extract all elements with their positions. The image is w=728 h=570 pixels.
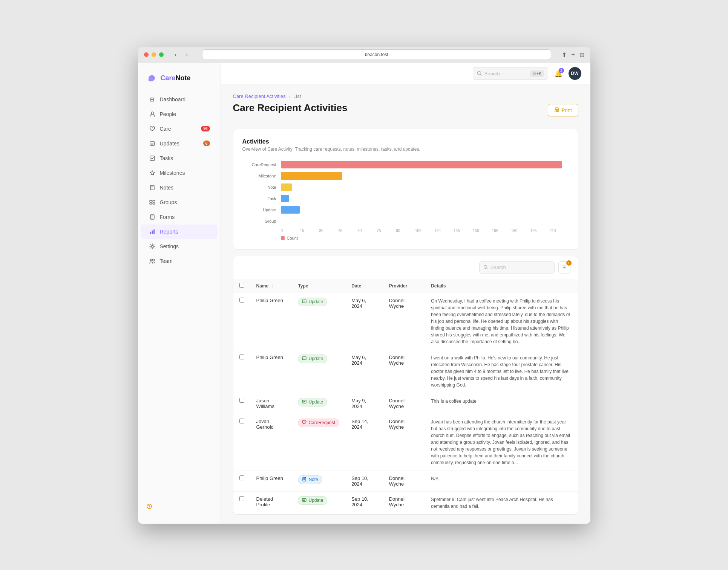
table-header-row: Name ↕ Type ↕ Date ↕ Provider ↕ Details	[233, 279, 578, 293]
type-badge[interactable]: Note	[298, 475, 322, 484]
row-date: Sep 10, 2024	[345, 491, 383, 514]
col-date[interactable]: Date ↕	[345, 279, 383, 293]
sidebar-item-label: Tasks	[160, 155, 173, 161]
new-tab-icon[interactable]: +	[571, 51, 575, 58]
sidebar-item-milestones[interactable]: Milestones	[141, 166, 218, 180]
details-text: I went on a walk with Philip. He's new t…	[431, 355, 572, 388]
type-text: Note	[308, 477, 318, 482]
breadcrumb-parent[interactable]: Care Recipient Activities	[233, 93, 286, 99]
sidebar: CareNote ⊞ Dashboard People Car	[138, 63, 221, 524]
page-title: Care Recipient Activities	[233, 102, 348, 114]
row-checkbox-cell	[233, 414, 250, 471]
people-icon	[149, 110, 156, 118]
sidebar-item-team[interactable]: Team	[141, 254, 218, 268]
back-button[interactable]: ‹	[171, 50, 180, 59]
svg-point-0	[151, 112, 153, 114]
care-badge: 96	[201, 126, 210, 131]
app-window: ‹ › beacon.test ⬆ + ⊞ CareNote ⊞	[138, 47, 590, 524]
minimize-button[interactable]	[152, 52, 156, 57]
sidebar-item-forms[interactable]: Forms	[141, 210, 218, 224]
sidebar-bottom-help[interactable]	[141, 499, 218, 513]
row-checkbox-cell	[233, 293, 250, 350]
reports-icon	[149, 228, 156, 235]
type-badge[interactable]: Update	[298, 355, 327, 363]
type-text: Update	[308, 299, 323, 304]
row-type: Note	[292, 471, 345, 491]
row-checkbox[interactable]	[239, 475, 244, 480]
svg-rect-6	[150, 203, 152, 204]
row-date: Sep 14, 2024	[345, 414, 383, 471]
chart-bar-container	[281, 195, 569, 202]
print-button[interactable]: Print	[548, 104, 578, 116]
sidebar-item-care[interactable]: Care 96	[141, 122, 218, 136]
sidebar-icon[interactable]: ⊞	[579, 51, 584, 58]
groups-icon	[149, 199, 156, 206]
row-checkbox[interactable]	[239, 298, 244, 303]
titlebar: ‹ › beacon.test ⬆ + ⊞	[138, 47, 590, 63]
row-date: May 9, 2024	[345, 393, 383, 414]
row-provider: Donnell Wyche	[383, 350, 425, 393]
forward-button[interactable]: ›	[182, 50, 192, 59]
col-type[interactable]: Type ↕	[292, 279, 345, 293]
sidebar-item-groups[interactable]: Groups	[141, 195, 218, 209]
titlebar-icons: ⬆ + ⊞	[562, 51, 584, 58]
chart-row-label: Milestone	[242, 174, 276, 178]
filter-button[interactable]: 1	[558, 261, 570, 274]
team-icon	[149, 257, 156, 265]
axis-label: 75	[377, 229, 396, 233]
print-label: Print	[562, 107, 572, 113]
milestones-icon	[149, 169, 156, 177]
global-search[interactable]: Search ⌘+K	[473, 67, 548, 80]
sidebar-item-reports[interactable]: Reports	[141, 225, 218, 239]
type-badge[interactable]: Update	[298, 496, 327, 505]
row-checkbox[interactable]	[239, 496, 244, 501]
table-search[interactable]: Search	[479, 261, 555, 274]
app-layout: CareNote ⊞ Dashboard People Car	[138, 63, 590, 524]
chart-bar	[281, 172, 343, 180]
filter-icon	[562, 265, 567, 270]
page-header: Care Recipient Activities › List Care Re…	[233, 93, 578, 121]
sidebar-item-label: Notes	[160, 185, 174, 191]
sidebar-item-updates[interactable]: Updates 6	[141, 136, 218, 151]
select-all-checkbox[interactable]	[239, 283, 244, 288]
col-provider[interactable]: Provider ↕	[383, 279, 425, 293]
type-icon	[302, 399, 307, 405]
row-checkbox[interactable]	[239, 419, 244, 423]
search-placeholder: Search	[484, 71, 500, 76]
row-checkbox[interactable]	[239, 355, 244, 359]
type-icon	[302, 477, 307, 483]
type-badge[interactable]: Update	[298, 298, 327, 306]
row-checkbox[interactable]	[239, 398, 244, 403]
sidebar-item-notes[interactable]: Notes	[141, 180, 218, 195]
activities-card-subtitle: Overview of Care Activity: Tracking care…	[242, 147, 569, 152]
row-provider: Donnell Wyche	[383, 471, 425, 491]
chart-row: Group	[242, 217, 569, 225]
details-text: On Wednesday, I had a coffee meeting wit…	[431, 298, 572, 345]
address-bar[interactable]: beacon.test	[202, 49, 552, 60]
share-icon[interactable]: ⬆	[562, 51, 567, 58]
logo-text: CareNote	[161, 74, 191, 82]
type-icon	[302, 356, 307, 362]
logo: CareNote	[138, 69, 221, 92]
updates-badge: 6	[203, 141, 210, 146]
type-badge[interactable]: CareRequest	[298, 419, 339, 427]
col-name[interactable]: Name ↕	[250, 279, 292, 293]
details-text: Jovan has been attending the church inte…	[431, 419, 572, 466]
topbar: Search ⌘+K 🔔 2 DW	[221, 63, 590, 84]
user-avatar[interactable]: DW	[569, 67, 581, 80]
sidebar-item-label: Reports	[160, 229, 178, 235]
close-button[interactable]	[144, 52, 149, 57]
sidebar-item-people[interactable]: People	[141, 107, 218, 121]
row-provider: Donnell Wyche	[383, 414, 425, 471]
type-badge[interactable]: Update	[298, 398, 327, 406]
svg-rect-4	[150, 200, 152, 202]
maximize-button[interactable]	[159, 52, 164, 57]
breadcrumb-current: List	[293, 93, 301, 99]
chart-row-label: Update	[242, 208, 276, 212]
axis-label: 15	[300, 229, 319, 233]
row-details: N/A	[425, 471, 578, 491]
sidebar-item-tasks[interactable]: Tasks	[141, 151, 218, 165]
sidebar-item-settings[interactable]: Settings	[141, 239, 218, 254]
sidebar-item-dashboard[interactable]: ⊞ Dashboard	[141, 92, 218, 107]
notification-bell[interactable]: 🔔 2	[554, 69, 562, 78]
